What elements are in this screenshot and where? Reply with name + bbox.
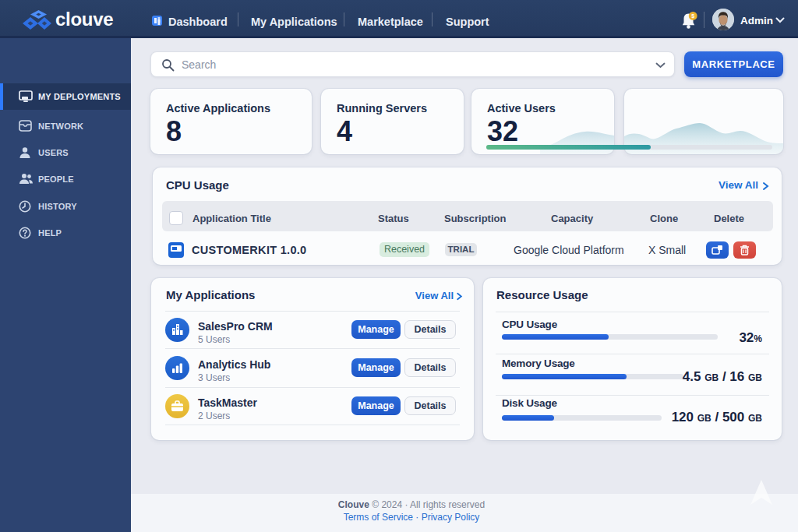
svg-text:$: $ <box>691 13 694 19</box>
